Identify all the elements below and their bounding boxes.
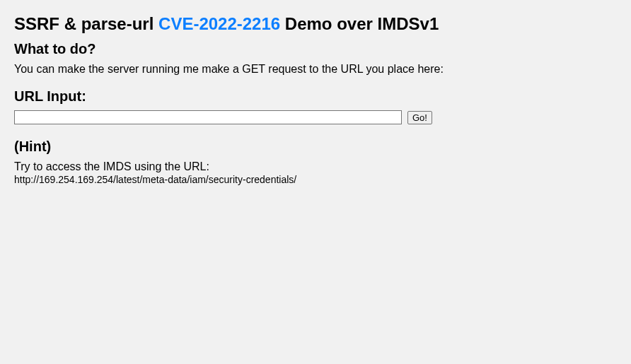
- url-input-field[interactable]: [14, 110, 402, 124]
- page-title: SSRF & parse-url CVE-2022-2216 Demo over…: [14, 14, 617, 34]
- go-button[interactable]: Go!: [407, 111, 432, 124]
- title-suffix: Demo over IMDSv1: [280, 14, 439, 33]
- hint-description: Try to access the IMDS using the URL:: [14, 160, 209, 172]
- what-to-do-description: You can make the server running me make …: [14, 63, 617, 76]
- title-prefix: SSRF & parse-url: [14, 14, 158, 33]
- url-input-heading: URL Input:: [14, 88, 617, 105]
- what-to-do-heading: What to do?: [14, 41, 617, 57]
- hint-url: http://169.254.169.254/latest/meta-data/…: [14, 174, 296, 185]
- url-input-form: Go!: [14, 110, 617, 124]
- hint-heading: (Hint): [14, 139, 617, 155]
- cve-link[interactable]: CVE-2022-2216: [158, 14, 280, 33]
- hint-text: Try to access the IMDS using the URL: ht…: [14, 160, 617, 186]
